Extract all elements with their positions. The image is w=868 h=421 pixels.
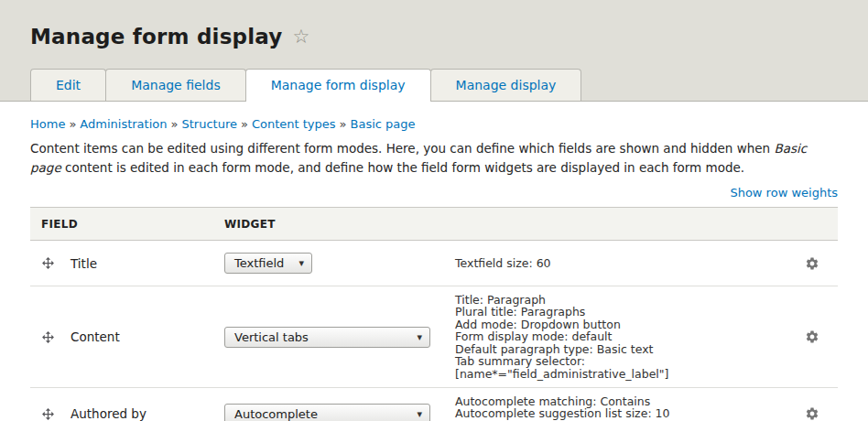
table-row-content: Content Vertical tabs ▾ Title: Paragraph… (30, 286, 838, 388)
widget-settings-button[interactable] (803, 254, 821, 273)
page-description: Content items can be edited using differ… (30, 139, 838, 178)
summary-line: Autocomplete suggestion list size: 10 (455, 407, 787, 419)
drag-handle-icon[interactable] (41, 330, 55, 344)
field-name-label: Title (71, 256, 97, 271)
chevron-down-icon: ▾ (417, 331, 422, 343)
tab-manage-display[interactable]: Manage display (430, 69, 582, 101)
breadcrumb-link-home[interactable]: Home (30, 117, 65, 131)
widget-select-authored-by[interactable]: Autocomplete ▾ (224, 404, 430, 421)
table-row-title: Title Textfield ▾ Textfield size: 60 (30, 241, 838, 286)
description-text: Content items can be edited using differ… (30, 141, 774, 156)
summary-line: Form display mode: default (455, 330, 787, 342)
breadcrumb-link-basic-page[interactable]: Basic page (351, 117, 416, 131)
widget-select-content[interactable]: Vertical tabs ▾ (224, 327, 430, 348)
page-title: Manage form display (30, 25, 283, 49)
gear-icon (805, 329, 819, 344)
column-header-field: FIELD (30, 218, 224, 231)
tab-manage-form-display[interactable]: Manage form display (245, 69, 431, 102)
form-display-table: FIELD WIDGET Title Textfield ▾ Textfield… (30, 207, 838, 421)
breadcrumb: Home»Administration»Structure»Content ty… (30, 102, 838, 131)
description-text: content is edited in each form mode, and… (61, 160, 744, 175)
breadcrumb-link-administration[interactable]: Administration (80, 117, 167, 131)
breadcrumb-link-content-types[interactable]: Content types (252, 117, 336, 131)
chevron-down-icon: ▾ (417, 408, 422, 420)
widget-select-value: Vertical tabs (234, 330, 309, 344)
widget-settings-button[interactable] (803, 405, 821, 421)
field-name-label: Content (71, 329, 120, 344)
table-header-row: FIELD WIDGET (30, 208, 838, 241)
field-name-label: Authored by (71, 406, 146, 421)
show-row-weights-link[interactable]: Show row weights (730, 186, 838, 200)
widget-select-title[interactable]: Textfield ▾ (224, 253, 312, 274)
widget-summary: Textfield size: 60 (455, 250, 787, 276)
primary-tabs: Edit Manage fields Manage form display M… (0, 69, 868, 102)
tab-manage-fields[interactable]: Manage fields (105, 69, 246, 101)
breadcrumb-separator: » (241, 117, 248, 131)
breadcrumb-separator: » (69, 117, 76, 131)
page-header: Manage form display ☆ Edit Manage fields… (0, 0, 868, 102)
tab-edit[interactable]: Edit (30, 69, 106, 101)
breadcrumb-separator: » (171, 117, 179, 131)
summary-line: [name*="field_administrative_label"] (455, 368, 787, 380)
chevron-down-icon: ▾ (298, 257, 304, 269)
summary-line: Tab summary selector: (455, 355, 787, 367)
summary-line: Textfield size: 60 (455, 257, 787, 269)
widget-settings-button[interactable] (803, 328, 821, 346)
widget-summary: Autocomplete matching: Contains Autocomp… (455, 388, 787, 421)
drag-handle-icon[interactable] (41, 256, 55, 270)
gear-icon (805, 406, 819, 421)
gear-icon (805, 256, 819, 271)
column-header-widget: WIDGET (224, 218, 455, 231)
summary-line: Title: Paragraph (455, 294, 787, 306)
summary-line: Default paragraph type: Basic text (455, 343, 787, 355)
summary-line: Add mode: Dropdown button (455, 318, 787, 330)
widget-summary: Title: Paragraph Plural title: Paragraph… (455, 286, 787, 387)
main-content: Home»Administration»Structure»Content ty… (0, 102, 868, 421)
widget-select-value: Textfield (234, 256, 284, 270)
widget-select-value: Autocomplete (234, 407, 318, 421)
star-icon[interactable]: ☆ (293, 27, 310, 47)
summary-line: Autocomplete matching: Contains (455, 395, 787, 407)
summary-line: Plural title: Paragraphs (455, 306, 787, 318)
drag-handle-icon[interactable] (41, 407, 55, 421)
breadcrumb-separator: » (340, 117, 347, 131)
breadcrumb-link-structure[interactable]: Structure (181, 117, 236, 131)
table-row-authored-by: Authored by Autocomplete ▾ Autocomplete … (30, 388, 838, 421)
